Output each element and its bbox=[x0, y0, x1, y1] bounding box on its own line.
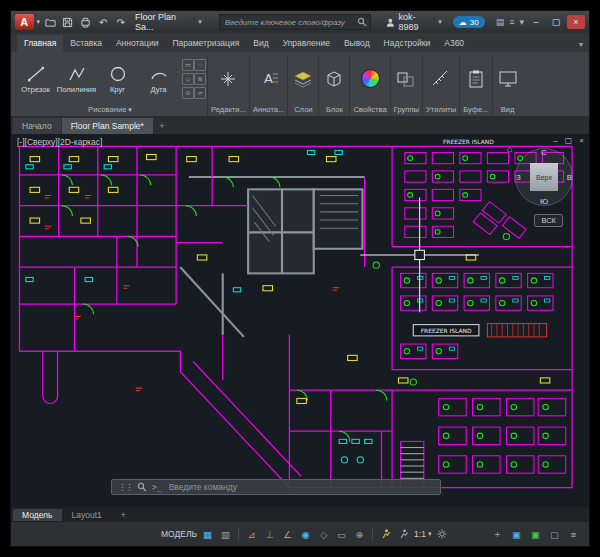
ucs-selector[interactable]: ВСК bbox=[534, 214, 563, 227]
ribbon-tab-addins[interactable]: Надстройки bbox=[377, 35, 438, 52]
new-drawing-tab-button[interactable]: + bbox=[154, 118, 170, 134]
signin-button[interactable]: kok-8989 ▾ bbox=[386, 12, 442, 32]
draw-tool-button[interactable]: ≋ bbox=[194, 73, 206, 85]
home-icon[interactable]: ⌂ bbox=[507, 144, 512, 154]
draw-tool-button[interactable]: ◇ bbox=[182, 73, 194, 85]
ribbon-tab-output[interactable]: Вывод bbox=[337, 35, 377, 52]
panel-label-clipboard[interactable]: Буфе... bbox=[460, 103, 491, 116]
search-icon[interactable] bbox=[357, 17, 367, 27]
ribbon-tab-home[interactable]: Главная bbox=[17, 35, 63, 52]
layout-tab-model[interactable]: Модель bbox=[13, 509, 62, 521]
modify-tools-button[interactable] bbox=[216, 66, 240, 92]
viewcube-east[interactable]: В bbox=[567, 173, 572, 182]
osnap-button[interactable]: ◉ bbox=[298, 526, 313, 542]
app-menu-button[interactable]: A bbox=[15, 14, 34, 30]
arc-tool-button[interactable]: Дуга bbox=[139, 64, 178, 94]
annotation-monitor-button[interactable]: ＋ bbox=[490, 526, 505, 542]
model-space-button[interactable]: МОДЕЛЬ bbox=[161, 529, 197, 539]
draw-tool-button[interactable]: ◌ bbox=[194, 59, 206, 71]
draw-tool-button[interactable]: ▭ bbox=[182, 59, 194, 71]
viewport-controls[interactable]: [-][Сверху][2D-каркас] bbox=[17, 137, 102, 147]
clean-screen-button[interactable]: ▢ bbox=[547, 526, 562, 542]
doc-restore-button[interactable]: ▢ bbox=[565, 136, 573, 145]
isolate-objects-button[interactable]: ▣ bbox=[528, 526, 543, 542]
minimize-button[interactable]: – bbox=[527, 15, 545, 29]
ribbon-tab-insert[interactable]: Вставка bbox=[63, 35, 109, 52]
file-tab-document[interactable]: Floor Plan Sample* bbox=[62, 118, 153, 134]
autoscale-button[interactable] bbox=[396, 526, 411, 542]
panel-label-annotation[interactable]: Аннота... bbox=[250, 103, 287, 116]
floor-plan-drawing[interactable]: FREEZER ISLAND bbox=[11, 134, 589, 507]
hardware-accel-button[interactable]: ▣ bbox=[509, 526, 524, 542]
close-button[interactable]: × bbox=[567, 15, 585, 29]
command-grip-icon[interactable]: ⋮⋮ bbox=[118, 482, 132, 492]
doc-close-button[interactable]: × bbox=[579, 136, 584, 145]
ribbon-tab-a360[interactable]: A360 bbox=[437, 35, 471, 52]
search-input[interactable] bbox=[223, 17, 354, 28]
transparency-button[interactable]: ⊕ bbox=[352, 526, 367, 542]
keyboard-icon[interactable]: ▤ bbox=[496, 17, 505, 27]
panel-label-block[interactable]: Блок bbox=[319, 103, 349, 116]
panel-label-layers[interactable]: Слои bbox=[288, 103, 318, 116]
qat-save-button[interactable] bbox=[61, 15, 76, 30]
qat-open-button[interactable] bbox=[43, 15, 58, 30]
properties-button[interactable] bbox=[358, 66, 382, 92]
panel-label-view[interactable]: Вид bbox=[493, 103, 523, 116]
workspace-switch-button[interactable] bbox=[434, 526, 449, 542]
layers-button[interactable] bbox=[291, 66, 315, 92]
clipboard-button[interactable] bbox=[464, 66, 488, 92]
ribbon-tab-parametric[interactable]: Параметризация bbox=[165, 35, 246, 52]
panel-label-utilities[interactable]: Утилиты bbox=[423, 103, 459, 116]
polyline-tool-button[interactable]: Полилиния bbox=[57, 64, 96, 94]
qat-undo-button[interactable]: ↶ bbox=[96, 15, 111, 30]
grid-display-button[interactable]: ▦ bbox=[200, 526, 215, 542]
maximize-button[interactable]: ▢ bbox=[547, 15, 565, 29]
viewcube-south[interactable]: Ю bbox=[540, 197, 548, 206]
groups-button[interactable] bbox=[394, 66, 418, 92]
viewcube[interactable]: ⌂ С Ю З В Верх bbox=[515, 148, 573, 206]
qat-plot-button[interactable] bbox=[78, 15, 93, 30]
annotation-visibility-button[interactable] bbox=[378, 526, 393, 542]
ribbon-tab-annotate[interactable]: Аннотации bbox=[109, 35, 166, 52]
command-customize-button[interactable] bbox=[137, 482, 147, 492]
layout-tab-layout1[interactable]: Layout1 bbox=[63, 509, 111, 521]
customize-button[interactable]: ≡ bbox=[566, 526, 581, 542]
new-layout-button[interactable]: + bbox=[112, 509, 135, 521]
draw-tool-button[interactable]: ⊙ bbox=[182, 87, 194, 99]
object-track-button[interactable]: ◇ bbox=[316, 526, 331, 542]
ribbon-tab-view[interactable]: Вид bbox=[246, 35, 275, 52]
ribbon-collapse-icon[interactable]: ▾ bbox=[579, 40, 583, 49]
viewcube-top-face[interactable]: Верх bbox=[530, 163, 558, 191]
draw-tool-button[interactable]: ▱ bbox=[194, 87, 206, 99]
ortho-mode-button[interactable]: ⊥ bbox=[262, 526, 277, 542]
qat-document-title-dropdown[interactable]: Floor Plan Sa... ▾ bbox=[135, 12, 202, 32]
snap-mode-button[interactable]: ▥ bbox=[218, 526, 233, 542]
block-button[interactable] bbox=[322, 66, 346, 92]
infer-constraints-button[interactable]: ⊿ bbox=[244, 526, 259, 542]
file-tab-start[interactable]: Начало bbox=[13, 118, 61, 134]
panel-label-properties[interactable]: Свойства bbox=[350, 103, 389, 116]
color-wheel-icon bbox=[361, 69, 380, 88]
a360-sync-badge[interactable]: ☁ 30 bbox=[453, 16, 485, 28]
chevron-down-icon[interactable]: ▾ bbox=[519, 17, 524, 27]
viewcube-west[interactable]: З bbox=[516, 173, 521, 182]
panel-label-draw[interactable]: Рисование ▾ bbox=[13, 103, 207, 116]
lineweight-button[interactable]: ▭ bbox=[334, 526, 349, 542]
annotation-scale-button[interactable]: 1:1 ▾ bbox=[414, 529, 431, 539]
viewcube-north[interactable]: С bbox=[541, 148, 547, 157]
view-button[interactable] bbox=[496, 66, 520, 92]
command-input[interactable] bbox=[167, 481, 434, 493]
circle-tool-button[interactable]: Круг bbox=[98, 64, 137, 94]
panel-label-groups[interactable]: Группы bbox=[391, 103, 422, 116]
polar-tracking-button[interactable]: ∠ bbox=[280, 526, 295, 542]
annotation-tools-button[interactable]: A bbox=[257, 66, 281, 92]
menu-icon[interactable]: ≡ bbox=[509, 17, 514, 27]
qat-redo-button[interactable]: ↷ bbox=[113, 15, 128, 30]
panel-label-modify[interactable]: Редакти... bbox=[208, 103, 249, 116]
doc-minimize-button[interactable]: – bbox=[553, 136, 557, 145]
ribbon-tab-manage[interactable]: Управление bbox=[276, 35, 337, 52]
utilities-button[interactable] bbox=[429, 66, 453, 92]
panel-view: Вид bbox=[493, 54, 523, 116]
panel-label-text: Свойства bbox=[353, 105, 386, 114]
line-tool-button[interactable]: Отрезок bbox=[16, 64, 55, 94]
